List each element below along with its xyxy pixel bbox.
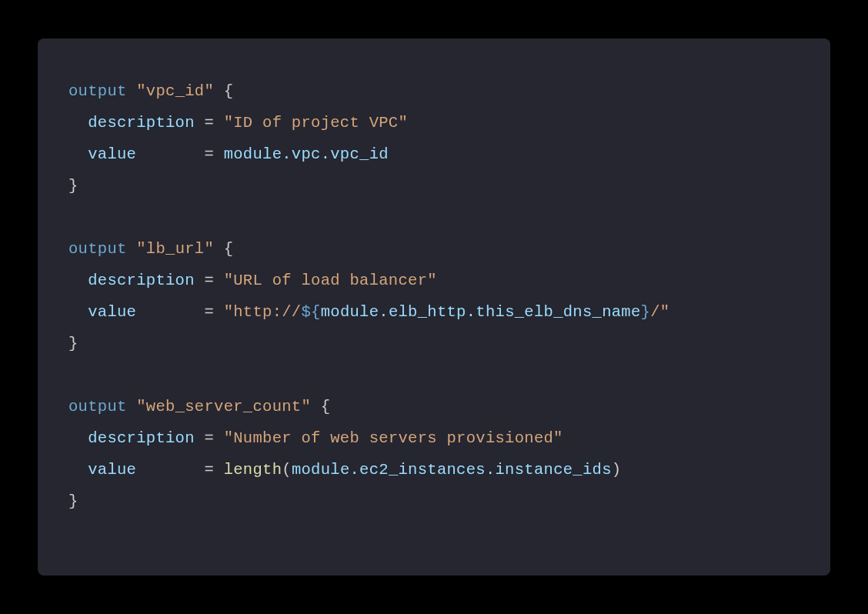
function-name: length	[224, 461, 282, 479]
output-name: "vpc_id"	[136, 82, 214, 100]
code-line: }	[68, 328, 800, 359]
code-line: }	[68, 486, 800, 517]
brace-close: }	[68, 492, 78, 510]
property-value: value	[68, 461, 195, 479]
paren-close: )	[612, 461, 622, 479]
output-name: "lb_url"	[136, 240, 214, 258]
string-value: "ID of project VPC"	[224, 114, 408, 132]
interp-open: ${	[301, 303, 320, 321]
equals: =	[195, 145, 224, 163]
property-description: description	[68, 272, 195, 289]
equals: =	[195, 429, 224, 447]
code-line: description = "ID of project VPC"	[68, 107, 800, 138]
property-description: description	[68, 429, 195, 447]
keyword-output: output	[68, 82, 127, 100]
interp-body: module.elb_http.this_elb_dns_name	[321, 303, 641, 321]
property-value: value	[68, 145, 195, 163]
property-value: value	[68, 303, 195, 321]
function-arg: module.ec2_instances.instance_ids	[292, 461, 612, 479]
code-line: value = module.vpc.vpc_id	[68, 138, 800, 170]
string-close: /"	[650, 303, 669, 321]
code-line: description = "Number of web servers pro…	[68, 422, 800, 454]
code-line: value = "http://${module.elb_http.this_e…	[68, 296, 800, 328]
equals: =	[195, 461, 224, 479]
code-line: }	[68, 170, 800, 202]
code-line: output "vpc_id" {	[68, 75, 800, 107]
property-description: description	[68, 114, 195, 132]
keyword-output: output	[68, 398, 127, 415]
brace-close: }	[68, 335, 78, 352]
code-line: description = "URL of load balancer"	[68, 265, 800, 296]
reference: module.vpc.vpc_id	[224, 145, 389, 163]
code-panel: output "vpc_id" { description = "ID of p…	[38, 38, 830, 576]
code-line: value = length(module.ec2_instances.inst…	[68, 454, 800, 486]
brace-close: }	[68, 177, 78, 195]
string-value: "URL of load balancer"	[224, 272, 437, 289]
brace-open: {	[214, 82, 233, 100]
string-open: "http://	[224, 303, 302, 321]
string-value: "Number of web servers provisioned"	[224, 429, 563, 447]
paren-open: (	[282, 461, 292, 479]
brace-open: {	[311, 398, 330, 415]
equals: =	[195, 114, 224, 132]
output-name: "web_server_count"	[136, 398, 311, 415]
equals: =	[195, 272, 224, 289]
equals: =	[195, 303, 224, 321]
code-line: output "lb_url" {	[68, 233, 800, 265]
interp-close: }	[641, 303, 651, 321]
code-line: output "web_server_count" {	[68, 391, 800, 422]
keyword-output: output	[68, 240, 127, 258]
brace-open: {	[214, 240, 233, 258]
empty-line	[68, 202, 800, 233]
empty-line	[68, 359, 800, 391]
